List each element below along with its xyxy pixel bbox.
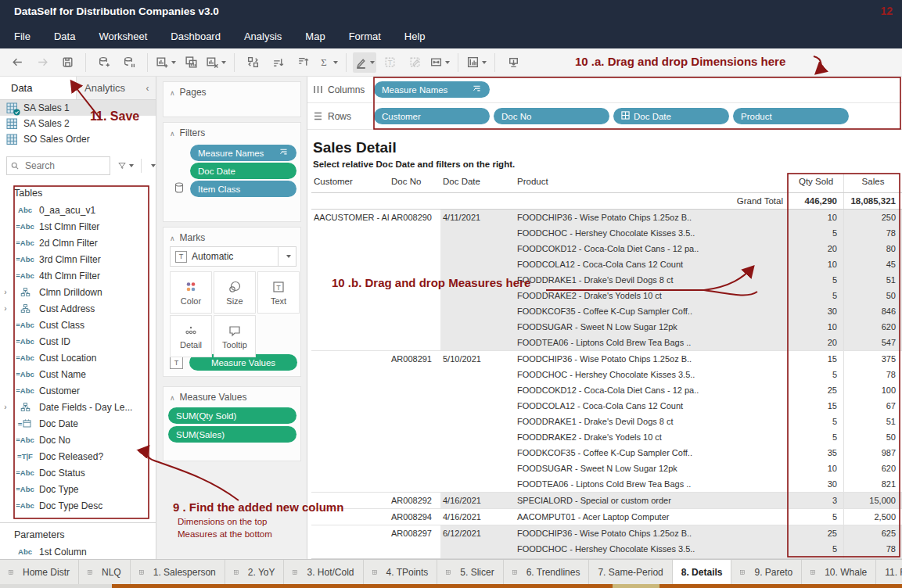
cell-doc-date[interactable]: 5/10/2021 — [440, 351, 515, 367]
table-row[interactable]: FOODCHOC - Hershey Chocolate Kisses 3.5.… — [311, 225, 902, 241]
sheet-tab-4-tpoints[interactable]: 4. TPoints — [364, 560, 438, 584]
cell-qty-sold[interactable]: 5 — [788, 414, 843, 429]
menu-analysis[interactable]: Analysis — [244, 30, 282, 42]
cell-sales[interactable]: 45 — [843, 256, 902, 272]
sort-ascending-button[interactable] — [266, 52, 289, 73]
shelf-pill-customer[interactable]: Customer — [374, 108, 490, 124]
redo-button[interactable] — [31, 52, 54, 73]
cell-sales[interactable]: 15,000 — [843, 493, 902, 508]
rows-shelf[interactable]: Rows CustomerDoc NoDoc DateProduct — [307, 103, 902, 130]
cell-doc-date[interactable] — [440, 256, 515, 272]
cell-customer[interactable] — [311, 367, 389, 382]
cell-qty-sold[interactable]: 10 — [788, 210, 843, 225]
cell-sales[interactable]: 78 — [843, 541, 902, 557]
cell-doc-no[interactable] — [389, 382, 440, 398]
field-item[interactable]: ›Cust Address — [0, 300, 156, 317]
clear-sheet-button[interactable] — [204, 52, 228, 73]
table-row[interactable]: AR0082944/16/2021AACOMPUT01 - Acer Lapto… — [311, 508, 902, 525]
field-item[interactable]: =AbcDoc Status — [0, 464, 156, 481]
cell-doc-no[interactable] — [389, 256, 440, 272]
cell-qty-sold[interactable]: 10 — [788, 319, 843, 335]
cell-product[interactable]: FOODKCOF35 - Coffee K-Cup Sampler Coff.. — [515, 445, 788, 461]
table-row[interactable]: FOODDRAKE1 - Drake's Devil Dogs 8 ct551 — [311, 414, 902, 429]
cell-qty-sold[interactable]: 25 — [788, 525, 843, 541]
expand-arrow-icon[interactable]: › — [0, 304, 11, 313]
sheet-tab-nlq[interactable]: NLQ — [79, 560, 131, 584]
new-worksheet-button[interactable] — [154, 52, 178, 73]
shelf-pill-doc-no[interactable]: Doc No — [494, 108, 609, 124]
table-row[interactable]: AACUSTOMER - Alta AceAR0082904/11/2021FO… — [311, 210, 902, 225]
cell-qty-sold[interactable]: 5 — [788, 288, 843, 303]
sheet-tab-8-details[interactable]: 8. Details — [673, 560, 732, 584]
table-row[interactable]: AR0082924/16/2021SPECIALORD - Special or… — [311, 492, 902, 508]
fit-button[interactable] — [428, 52, 451, 73]
table-row[interactable]: FOODTEA06 - Liptons Cold Brew Tea Bags .… — [311, 335, 902, 350]
mark-button-detail[interactable]: Detail — [170, 315, 212, 357]
cell-sales[interactable]: 620 — [843, 461, 902, 476]
table-row[interactable]: FOODSUGAR - Sweet N Low Sugar 12pk10620 — [311, 461, 902, 476]
field-item[interactable]: =Due Date — [0, 514, 156, 514]
cell-product[interactable]: FOODCOKD12 - Coca-Cola Diet Cans - 12 pa… — [515, 382, 788, 398]
cell-customer[interactable] — [311, 303, 389, 319]
table-row[interactable]: FOODKCOF35 - Coffee K-Cup Sampler Coff..… — [311, 445, 902, 461]
cell-doc-no[interactable] — [389, 367, 440, 382]
cell-doc-no[interactable]: AR008297 — [389, 525, 440, 541]
cell-sales[interactable]: 50 — [843, 429, 902, 445]
columns-shelf[interactable]: Columns Measure Names — [307, 77, 902, 103]
mark-button-color[interactable]: Color — [170, 271, 212, 314]
cell-qty-sold[interactable]: 20 — [788, 241, 843, 256]
table-row[interactable]: AR0082915/10/2021FOODCHIP36 - Wise Potat… — [311, 350, 902, 367]
cell-customer[interactable] — [311, 541, 389, 557]
cell-product[interactable]: FOODCHIP36 - Wise Potato Chips 1.25oz B.… — [515, 351, 788, 367]
collapse-arrow-icon[interactable]: ∧ — [170, 235, 175, 242]
menu-dashboard[interactable]: Dashboard — [171, 30, 221, 42]
search-input[interactable] — [23, 160, 105, 172]
cell-product[interactable]: FOODSUGAR - Sweet N Low Sugar 12pk — [515, 319, 788, 335]
undo-button[interactable] — [5, 52, 29, 73]
mark-button-size[interactable]: Size — [214, 271, 256, 314]
field-filter-button[interactable] — [117, 161, 134, 170]
cell-sales[interactable]: 846 — [843, 303, 902, 319]
cell-doc-date[interactable] — [440, 335, 515, 350]
cell-qty-sold[interactable]: 3 — [788, 493, 843, 508]
table-row[interactable]: FOODKCOF35 - Coffee K-Cup Sampler Coff..… — [311, 303, 902, 319]
data-pane-menu-button[interactable] — [149, 164, 156, 167]
filter-pill-doc-date[interactable]: Doc Date — [190, 163, 296, 179]
cell-qty-sold[interactable]: 5 — [788, 225, 843, 241]
table-row[interactable]: FOODDRAKE2 - Drake's Yodels 10 ct550 — [311, 288, 902, 303]
cell-qty-sold[interactable]: 15 — [788, 398, 843, 414]
cell-product[interactable]: FOODTEA06 - Liptons Cold Brew Tea Bags .… — [515, 476, 788, 492]
cell-doc-date[interactable] — [440, 288, 515, 303]
table-row[interactable]: FOODCOLA12 - Coca-Cola Cans 12 Count1567 — [311, 398, 902, 414]
cell-doc-no[interactable] — [389, 429, 440, 445]
field-item[interactable]: =T|FDoc Released? — [0, 448, 156, 464]
cell-doc-no[interactable]: AR008294 — [389, 509, 440, 525]
table-row[interactable]: FOODTEA06 - Liptons Cold Brew Tea Bags .… — [311, 476, 902, 492]
shelf-pill-product[interactable]: Product — [733, 108, 849, 124]
cell-doc-no[interactable] — [389, 461, 440, 476]
cell-doc-date[interactable] — [440, 414, 515, 429]
sheet-tab-2-yoy[interactable]: 2. YoY — [225, 560, 285, 584]
menu-map[interactable]: Map — [305, 30, 325, 42]
cell-product[interactable]: FOODCHIP36 - Wise Potato Chips 1.25oz B.… — [515, 210, 788, 225]
cell-doc-no[interactable] — [389, 414, 440, 429]
cell-doc-date[interactable] — [440, 367, 515, 382]
cell-doc-no[interactable] — [389, 335, 440, 350]
cell-customer[interactable] — [311, 351, 389, 367]
cell-sales[interactable]: 987 — [843, 445, 902, 461]
cell-doc-no[interactable] — [389, 445, 440, 461]
cell-product[interactable]: SPECIALORD - Special or custom order — [515, 493, 788, 508]
cell-product[interactable]: FOODCOLA12 - Coca-Cola Cans 12 Count — [515, 256, 788, 272]
field-item[interactable]: Abc1st Column — [0, 543, 156, 560]
cell-sales[interactable]: 50 — [843, 288, 902, 303]
table-row[interactable]: FOODDRAKE2 - Drake's Yodels 10 ct550 — [311, 429, 902, 445]
new-data-source-button[interactable] — [92, 52, 116, 73]
field-item[interactable]: =Abc4th Clmn Filter — [0, 267, 156, 284]
tab-analytics[interactable]: Analytics — [77, 77, 139, 99]
cell-doc-date[interactable] — [440, 541, 515, 557]
cell-doc-no[interactable]: AR008291 — [389, 351, 440, 367]
field-item[interactable]: =Doc Date — [0, 415, 156, 432]
table-row[interactable]: AR0082976/12/2021FOODCHIP36 - Wise Potat… — [311, 525, 902, 541]
cell-sales[interactable]: 547 — [843, 335, 902, 350]
cell-customer[interactable] — [311, 476, 389, 492]
